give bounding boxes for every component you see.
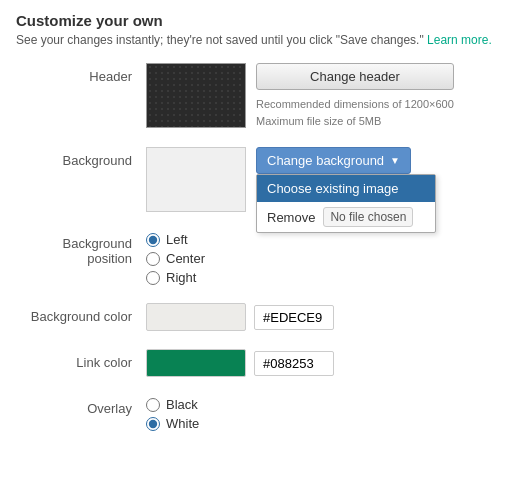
change-header-button[interactable]: Change header — [256, 63, 454, 90]
link-color-label: Link color — [16, 349, 146, 370]
overlay-black-label: Black — [166, 397, 198, 412]
bg-position-left-option[interactable]: Left — [146, 232, 205, 247]
overlay-white-radio[interactable] — [146, 417, 160, 431]
background-thumbnail — [146, 147, 246, 212]
link-color-hex-input[interactable] — [254, 351, 334, 376]
bg-position-center-radio[interactable] — [146, 252, 160, 266]
bg-color-swatch[interactable] — [146, 303, 246, 331]
background-control: Change background ▼ Choose existing imag… — [146, 147, 501, 212]
bg-position-left-label: Left — [166, 232, 188, 247]
overlay-radio-group: Black White — [146, 395, 199, 431]
header-hint-line1: Recommended dimensions of 1200×600 — [256, 96, 454, 113]
overlay-white-label: White — [166, 416, 199, 431]
link-color-row: Link color — [16, 349, 501, 377]
dropdown-arrow-icon: ▼ — [390, 155, 400, 166]
bg-color-label: Background color — [16, 303, 146, 324]
overlay-label: Overlay — [16, 395, 146, 416]
header-hint: Recommended dimensions of 1200×600 Maxim… — [256, 96, 454, 129]
remove-label[interactable]: Remove — [267, 210, 315, 225]
header-hint-line2: Maximum file size of 5MB — [256, 113, 454, 130]
bg-position-center-option[interactable]: Center — [146, 251, 205, 266]
page-subtitle: See your changes instantly; they're not … — [16, 33, 501, 47]
header-thumbnail — [146, 63, 246, 128]
header-right: Change header Recommended dimensions of … — [256, 63, 454, 129]
overlay-black-radio[interactable] — [146, 398, 160, 412]
background-label: Background — [16, 147, 146, 168]
link-color-swatch[interactable] — [146, 349, 246, 377]
header-control: Change header Recommended dimensions of … — [146, 63, 501, 129]
bg-position-center-label: Center — [166, 251, 205, 266]
bg-color-control — [146, 303, 501, 331]
bg-position-radio-group: Left Center Right — [146, 230, 205, 285]
bg-position-label: Background position — [16, 230, 146, 266]
bg-color-hex-input[interactable] — [254, 305, 334, 330]
bg-position-row: Background position Left Center Right — [16, 230, 501, 285]
bg-position-left-radio[interactable] — [146, 233, 160, 247]
overlay-row: Overlay Black White — [16, 395, 501, 431]
remove-background-row: Remove No file chosen — [257, 202, 435, 232]
choose-existing-image-item[interactable]: Choose existing image — [257, 175, 435, 202]
bg-color-row: Background color — [16, 303, 501, 331]
change-background-dropdown-wrapper: Change background ▼ Choose existing imag… — [256, 147, 411, 174]
overlay-black-option[interactable]: Black — [146, 397, 199, 412]
overlay-white-option[interactable]: White — [146, 416, 199, 431]
header-row: Header Change header Recommended dimensi… — [16, 63, 501, 129]
change-background-button[interactable]: Change background ▼ — [256, 147, 411, 174]
bg-position-right-label: Right — [166, 270, 196, 285]
header-label: Header — [16, 63, 146, 84]
page-title: Customize your own — [16, 12, 501, 29]
bg-position-right-option[interactable]: Right — [146, 270, 205, 285]
bg-position-control: Left Center Right — [146, 230, 501, 285]
change-background-label: Change background — [267, 153, 384, 168]
bg-position-right-radio[interactable] — [146, 271, 160, 285]
link-color-control — [146, 349, 501, 377]
background-row: Background Change background ▼ Choose ex… — [16, 147, 501, 212]
learn-more-link[interactable]: Learn more. — [427, 33, 492, 47]
background-dropdown-menu: Choose existing image Remove No file cho… — [256, 174, 436, 233]
subtitle-text: See your changes instantly; they're not … — [16, 33, 424, 47]
no-file-chosen-button[interactable]: No file chosen — [323, 207, 413, 227]
overlay-control: Black White — [146, 395, 501, 431]
